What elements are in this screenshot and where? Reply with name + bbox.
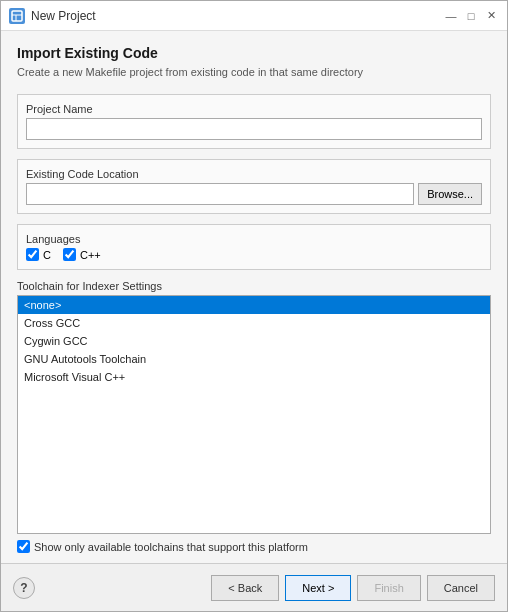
window-title: New Project	[31, 9, 96, 23]
title-bar: New Project — □ ✕	[1, 1, 507, 31]
new-project-window: New Project — □ ✕ Import Existing Code C…	[0, 0, 508, 612]
maximize-button[interactable]: □	[463, 8, 479, 24]
c-label[interactable]: C	[43, 249, 51, 261]
project-name-label: Project Name	[26, 103, 482, 115]
page-subtitle: Create a new Makefile project from exist…	[17, 65, 491, 80]
main-content: Import Existing Code Create a new Makefi…	[1, 31, 507, 563]
show-only-label[interactable]: Show only available toolchains that supp…	[34, 541, 308, 553]
c-checkbox[interactable]	[26, 248, 39, 261]
back-button[interactable]: < Back	[211, 575, 279, 601]
cpp-label[interactable]: C++	[80, 249, 101, 261]
toolchain-section: Toolchain for Indexer Settings <none> Cr…	[17, 280, 491, 553]
cpp-checkbox[interactable]	[63, 248, 76, 261]
toolchain-item-none[interactable]: <none>	[18, 296, 490, 314]
footer-right: < Back Next > Finish Cancel	[211, 575, 495, 601]
next-button[interactable]: Next >	[285, 575, 351, 601]
footer: ? < Back Next > Finish Cancel	[1, 563, 507, 611]
languages-row: C C++	[26, 248, 482, 261]
cpp-language-item[interactable]: C++	[63, 248, 101, 261]
toolchain-item-cross-gcc[interactable]: Cross GCC	[18, 314, 490, 332]
browse-button[interactable]: Browse...	[418, 183, 482, 205]
languages-label: Languages	[26, 233, 482, 245]
finish-button[interactable]: Finish	[357, 575, 420, 601]
show-only-row: Show only available toolchains that supp…	[17, 540, 491, 553]
toolchain-label: Toolchain for Indexer Settings	[17, 280, 491, 292]
page-title: Import Existing Code	[17, 45, 491, 61]
close-button[interactable]: ✕	[483, 8, 499, 24]
minimize-button[interactable]: —	[443, 8, 459, 24]
show-only-checkbox[interactable]	[17, 540, 30, 553]
existing-code-section: Existing Code Location Browse...	[17, 159, 491, 214]
toolchain-item-cygwin-gcc[interactable]: Cygwin GCC	[18, 332, 490, 350]
toolchain-item-msvc[interactable]: Microsoft Visual C++	[18, 368, 490, 386]
toolchain-item-gnu-autotools[interactable]: GNU Autotools Toolchain	[18, 350, 490, 368]
existing-code-input[interactable]	[26, 183, 414, 205]
toolchain-list[interactable]: <none> Cross GCC Cygwin GCC GNU Autotool…	[17, 295, 491, 534]
title-bar-controls: — □ ✕	[443, 8, 499, 24]
existing-code-label: Existing Code Location	[26, 168, 482, 180]
existing-code-row: Browse...	[26, 183, 482, 205]
languages-section: Languages C C++	[17, 224, 491, 270]
cancel-button[interactable]: Cancel	[427, 575, 495, 601]
project-name-input[interactable]	[26, 118, 482, 140]
svg-rect-0	[12, 11, 22, 21]
title-bar-left: New Project	[9, 8, 96, 24]
window-icon	[9, 8, 25, 24]
footer-left: ?	[13, 577, 35, 599]
help-button[interactable]: ?	[13, 577, 35, 599]
project-name-section: Project Name	[17, 94, 491, 149]
c-language-item[interactable]: C	[26, 248, 51, 261]
